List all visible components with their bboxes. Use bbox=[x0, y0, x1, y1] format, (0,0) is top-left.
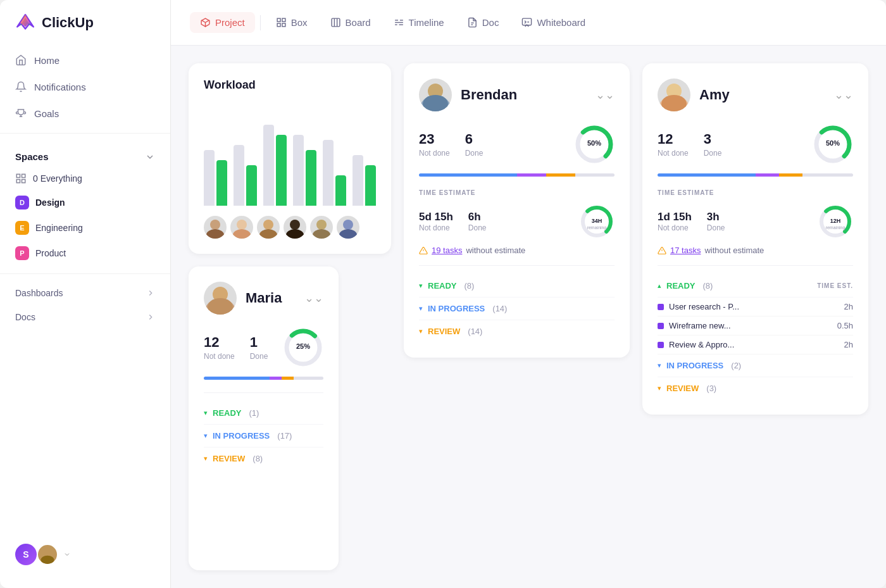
doc-icon bbox=[467, 17, 478, 28]
brendan-ready-row[interactable]: ▾ READY (8) bbox=[419, 275, 615, 297]
bar-green-3 bbox=[276, 135, 287, 206]
sidebar-item-notifications[interactable]: Notifications bbox=[8, 75, 163, 99]
brendan-chevron[interactable]: ⌄⌄ bbox=[596, 88, 615, 102]
bar-green-6 bbox=[365, 165, 376, 206]
task-dot-1 bbox=[658, 304, 664, 310]
design-label: Design bbox=[35, 197, 65, 208]
amy-task-3[interactable]: Review & Appro... 2h bbox=[658, 335, 853, 354]
topnav-box[interactable]: Box bbox=[266, 12, 318, 33]
amy-inprogress-row[interactable]: ▾ IN PROGRESS (2) bbox=[658, 354, 853, 377]
brendan-review-row[interactable]: ▾ REVIEW (14) bbox=[419, 320, 615, 342]
amy-task-1[interactable]: User research - P... 2h bbox=[658, 297, 853, 316]
amy-not-done-stat: 12 Not done bbox=[658, 131, 689, 158]
warning-icon-amy bbox=[658, 246, 666, 255]
brendan-inprogress-row[interactable]: ▾ IN PROGRESS (14) bbox=[419, 297, 615, 320]
sidebar-item-everything[interactable]: 0 Everything bbox=[8, 167, 163, 190]
maria-progress-bar bbox=[204, 377, 323, 380]
workload-avatar-5 bbox=[310, 216, 333, 239]
amy-statuses: ▴ READY (8) TIME EST. User research - P.… bbox=[658, 265, 853, 399]
user-avatar-2[interactable] bbox=[37, 544, 58, 565]
svg-point-33 bbox=[286, 229, 304, 239]
grid-icon bbox=[276, 17, 287, 28]
amy-ready-count: (8) bbox=[703, 281, 713, 291]
pb-blue-maria bbox=[204, 377, 270, 380]
logo[interactable]: ClickUp bbox=[0, 13, 170, 48]
amy-ready-row[interactable]: ▴ READY (8) TIME EST. bbox=[658, 275, 853, 297]
topnav-whiteboard-label: Whiteboard bbox=[537, 17, 585, 28]
amy-warning-suffix: without estimate bbox=[704, 246, 764, 255]
sidebar-item-dashboards[interactable]: Dashboards bbox=[8, 282, 163, 304]
sidebar-item-goals[interactable]: Goals bbox=[8, 101, 163, 125]
topnav-project[interactable]: Project bbox=[190, 12, 255, 33]
maria-ready-count: (1) bbox=[249, 408, 259, 418]
pb-blue-brendan bbox=[419, 173, 517, 177]
chevron-down-icon[interactable] bbox=[145, 152, 155, 162]
user-avatar-s[interactable]: S bbox=[15, 544, 37, 565]
amy-ready-label: READY bbox=[666, 281, 696, 291]
sidebar: ClickUp Home Notifications Goals Spaces … bbox=[0, 0, 171, 588]
topnav-whiteboard[interactable]: Whiteboard bbox=[511, 12, 596, 33]
brendan-inprogress-count: (14) bbox=[492, 304, 507, 313]
columns-icon bbox=[330, 17, 341, 28]
right-column: Brendan ⌄⌄ 23 Not done 6 Done bbox=[404, 63, 868, 570]
maria-ready-row[interactable]: ▾ READY (1) bbox=[204, 402, 323, 425]
workload-avatar-6 bbox=[337, 216, 359, 239]
amy-card: Amy ⌄⌄ 12 Not done 3 Done bbox=[642, 63, 868, 415]
engineering-space-dot: E bbox=[15, 221, 29, 235]
amy-done-time: 3h Done bbox=[707, 211, 725, 232]
svg-point-8 bbox=[41, 556, 54, 565]
task-time-3: 2h bbox=[844, 340, 853, 349]
brendan-not-done-value: 23 bbox=[419, 131, 450, 147]
left-column: Workload bbox=[189, 63, 391, 570]
svg-text:34H: 34H bbox=[592, 218, 602, 224]
brendan-warning-suffix: without estimate bbox=[466, 246, 525, 255]
amy-avatar bbox=[658, 78, 690, 111]
amy-task-2[interactable]: Wireframe new... 0.5h bbox=[658, 316, 853, 335]
svg-point-27 bbox=[206, 229, 224, 239]
maria-review-chevron: ▾ bbox=[204, 454, 208, 463]
topnav-timeline[interactable]: Timeline bbox=[384, 12, 454, 33]
amy-chevron[interactable]: ⌄⌄ bbox=[834, 88, 853, 102]
brendan-ready-count: (8) bbox=[465, 281, 475, 291]
product-label: Product bbox=[35, 248, 66, 258]
amy-warning-row: 17 tasks without estimate bbox=[658, 246, 853, 255]
task-name-3: Review & Appro... bbox=[669, 340, 839, 349]
sidebar-item-design[interactable]: D Design bbox=[8, 190, 163, 215]
amy-stats-row: 12 Not done 3 Done 50% bbox=[658, 124, 853, 165]
svg-text:remaining: remaining bbox=[587, 225, 607, 230]
bar-green-1 bbox=[216, 160, 227, 206]
maria-header: Maria ⌄⌄ bbox=[204, 282, 323, 315]
maria-inprogress-row[interactable]: ▾ IN PROGRESS (17) bbox=[204, 425, 323, 447]
spaces-label: Spaces bbox=[15, 151, 49, 162]
amy-warning-link[interactable]: 17 tasks bbox=[670, 246, 701, 255]
brendan-inprogress-label: IN PROGRESS bbox=[428, 304, 485, 313]
task-dot-2 bbox=[658, 323, 664, 329]
brendan-warning-link[interactable]: 19 tasks bbox=[432, 246, 462, 255]
brendan-not-done-time: 5d 15h Not done bbox=[419, 211, 453, 232]
svg-point-40 bbox=[208, 298, 233, 315]
main: Project Box Board Timeline Doc Whiteboar… bbox=[171, 0, 886, 588]
sidebar-item-docs[interactable]: Docs bbox=[8, 306, 163, 328]
maria-chevron[interactable]: ⌄⌄ bbox=[304, 291, 323, 305]
task-name-1: User research - P... bbox=[669, 302, 839, 311]
bar-chart bbox=[204, 104, 376, 206]
dropdown-icon[interactable] bbox=[63, 551, 71, 558]
maria-done-value: 1 bbox=[250, 334, 268, 351]
pb-yellow-brendan bbox=[546, 173, 575, 177]
grid-dots-icon bbox=[15, 173, 27, 184]
sidebar-item-product[interactable]: P Product bbox=[8, 241, 163, 266]
topnav-doc[interactable]: Doc bbox=[457, 12, 509, 33]
task-name-2: Wireframe new... bbox=[669, 321, 832, 330]
maria-not-done-value: 12 bbox=[204, 334, 235, 351]
bar-green-4 bbox=[306, 150, 316, 206]
maria-review-row[interactable]: ▾ REVIEW (8) bbox=[204, 447, 323, 470]
svg-text:12H: 12H bbox=[830, 218, 841, 224]
amy-time-est-col: TIME EST. bbox=[817, 282, 853, 289]
task-time-1: 2h bbox=[844, 302, 853, 311]
brendan-done-stat: 6 Done bbox=[465, 131, 484, 158]
sidebar-item-engineering[interactable]: E Engineering bbox=[8, 215, 163, 241]
sidebar-item-home[interactable]: Home bbox=[8, 48, 163, 72]
amy-review-row[interactable]: ▾ REVIEW (3) bbox=[658, 377, 853, 399]
topnav-board[interactable]: Board bbox=[320, 12, 381, 33]
svg-text:50%: 50% bbox=[826, 139, 840, 147]
